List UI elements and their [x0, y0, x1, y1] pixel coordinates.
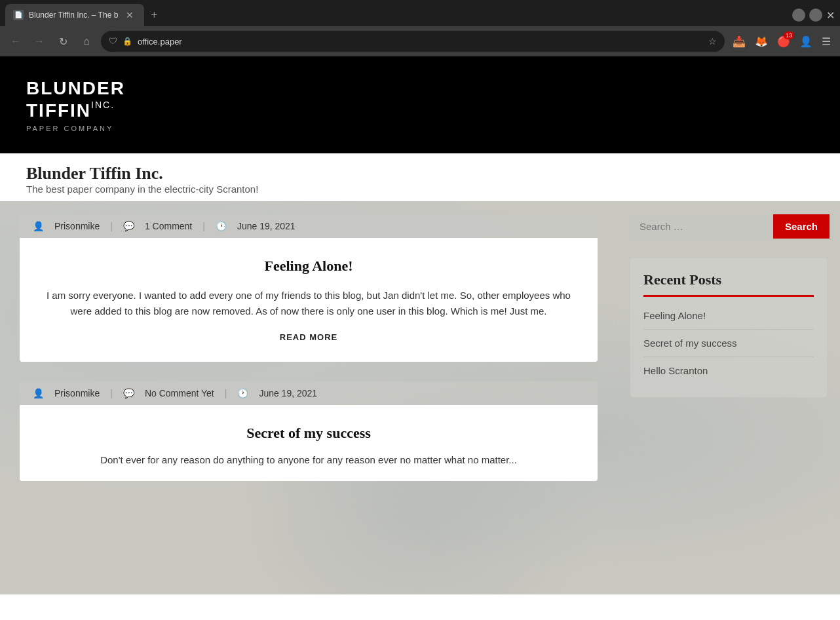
new-tab-button[interactable]: +	[144, 6, 164, 25]
post-1-meta-bar: 👤 Prisonmike | 💬 1 Comment | 🕐 June 19, …	[20, 214, 598, 238]
recent-posts-title: Recent Posts	[643, 271, 814, 297]
browser-circle-1	[792, 9, 805, 22]
site-tagline: The best paper company in the electric-c…	[26, 184, 814, 195]
post-1-card: Feeling Alone! I am sorry everyone. I wa…	[20, 238, 598, 362]
post-1-author[interactable]: Prisonmike	[54, 221, 100, 231]
meta-sep-1: |	[110, 221, 113, 231]
tab-close-button[interactable]: ✕	[123, 9, 136, 22]
site-title: Blunder Tiffin Inc.	[26, 164, 814, 184]
nav-bar: ← → ↻ ⌂ 🛡 🔒 office.paper ☆ 📥 🦊 🔴 13 👤 ☰	[0, 26, 840, 56]
lock-icon: 🔒	[123, 37, 132, 47]
extension-icon-2[interactable]: 🔴 13	[774, 33, 793, 50]
main-area: 👤 Prisonmike | 💬 1 Comment | 🕐 June 19, …	[0, 201, 840, 594]
extension-icon-1[interactable]: 🦊	[752, 33, 771, 50]
browser-close-button[interactable]: ✕	[826, 9, 835, 22]
home-button[interactable]: ⌂	[77, 32, 96, 50]
post-1-read-more[interactable]: READ MORE	[46, 332, 571, 342]
post-2-date-icon: 🕐	[237, 388, 248, 398]
search-input[interactable]	[630, 214, 773, 239]
site-logo: BLUNDER TIFFININC. PAPER COMPANY	[26, 77, 125, 132]
sidebar: Search Recent Posts Feeling Alone! Secre…	[617, 201, 840, 594]
post-2-meta-bar: 👤 Prisonmike | 💬 No Comment Yet | 🕐 June…	[20, 381, 598, 405]
forward-button[interactable]: →	[30, 32, 48, 50]
menu-icon[interactable]: ☰	[819, 33, 833, 50]
shield-icon: 🛡	[109, 36, 117, 47]
nav-icons-right: 📥 🦊 🔴 13 👤 ☰	[730, 33, 833, 50]
post-1-comments[interactable]: 1 Comment	[145, 221, 192, 231]
post-1-author-icon: 👤	[33, 221, 44, 231]
extension-badge: 13	[784, 31, 794, 39]
url-text[interactable]: office.paper	[138, 37, 703, 47]
tab-title: Blunder Tiffin Inc. – The b	[29, 10, 118, 20]
post-2-author[interactable]: Prisonmike	[54, 388, 100, 398]
recent-post-item-1[interactable]: Feeling Alone!	[643, 302, 814, 330]
back-button[interactable]: ←	[7, 32, 25, 50]
post-1-date: June 19, 2021	[237, 221, 296, 231]
tab-favicon: 📄	[13, 10, 24, 20]
tab-bar: 📄 Blunder Tiffin Inc. – The b ✕ + ✕	[0, 0, 840, 26]
search-box: Search	[630, 214, 827, 239]
content-left: 👤 Prisonmike | 💬 1 Comment | 🕐 June 19, …	[0, 201, 617, 594]
browser-tab-active[interactable]: 📄 Blunder Tiffin Inc. – The b ✕	[5, 4, 144, 26]
logo-text: BLUNDER TIFFININC.	[26, 77, 125, 121]
site-title-section: Blunder Tiffin Inc. The best paper compa…	[0, 153, 840, 201]
post-1-comment-icon: 💬	[123, 221, 134, 231]
profile-icon[interactable]: 👤	[797, 33, 815, 50]
post-2-author-icon: 👤	[33, 388, 44, 398]
meta-sep-2: |	[202, 221, 205, 231]
recent-post-item-2[interactable]: Secret of my success	[643, 330, 814, 357]
post-1-title[interactable]: Feeling Alone!	[46, 258, 571, 275]
recent-post-item-3[interactable]: Hello Scranton	[643, 357, 814, 384]
post-2-title[interactable]: Secret of my success	[46, 425, 571, 442]
bookmark-icon[interactable]: ☆	[708, 36, 717, 47]
meta-sep-3: |	[110, 388, 113, 398]
logo-subtitle: PAPER COMPANY	[26, 125, 125, 132]
refresh-button[interactable]: ↻	[54, 32, 72, 50]
browser-chrome: 📄 Blunder Tiffin Inc. – The b ✕ + ✕ ← → …	[0, 0, 840, 56]
post-1-excerpt: I am sorry everyone. I wanted to add eve…	[46, 288, 571, 319]
post-2-excerpt: Don't ever for any reason do anything to…	[46, 452, 571, 468]
post-2-card: Secret of my success Don't ever for any …	[20, 405, 598, 481]
pocket-icon[interactable]: 📥	[730, 33, 748, 50]
site-header: BLUNDER TIFFININC. PAPER COMPANY	[0, 56, 840, 153]
meta-sep-4: |	[225, 388, 227, 398]
post-1-date-icon: 🕐	[216, 221, 227, 231]
website-content: BLUNDER TIFFININC. PAPER COMPANY Blunder…	[0, 56, 840, 620]
post-2-comments[interactable]: No Comment Yet	[145, 388, 214, 398]
post-2-comment-icon: 💬	[123, 388, 134, 398]
post-2-date: June 19, 2021	[259, 388, 317, 398]
recent-posts-section: Recent Posts Feeling Alone! Secret of my…	[630, 258, 827, 397]
address-bar[interactable]: 🛡 🔒 office.paper ☆	[101, 31, 725, 52]
browser-circle-2	[809, 9, 822, 22]
search-button[interactable]: Search	[773, 214, 830, 239]
